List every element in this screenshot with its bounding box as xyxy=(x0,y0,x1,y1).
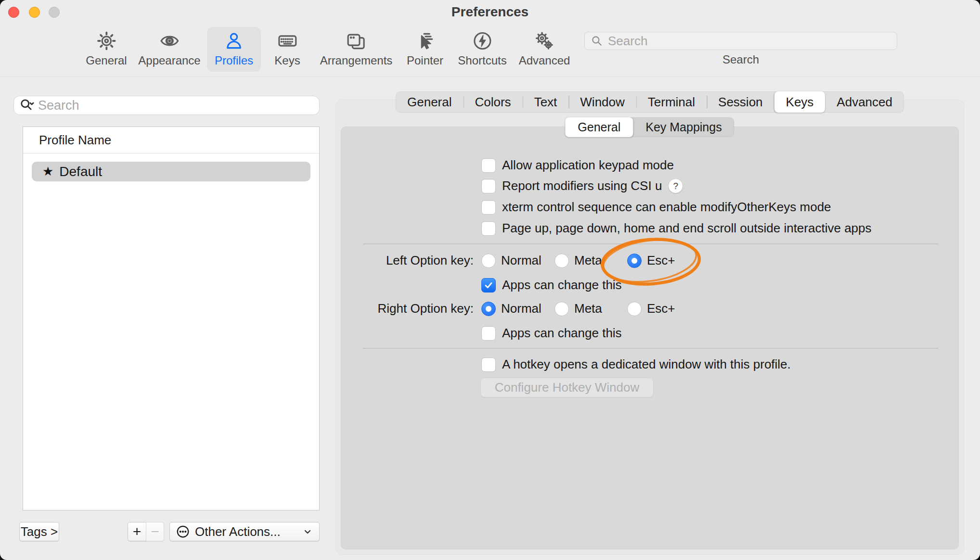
right-option-meta[interactable]: Meta xyxy=(554,301,602,316)
left-option-esc[interactable]: Esc+ xyxy=(627,253,675,268)
radio-esc-selected[interactable] xyxy=(627,254,642,268)
toolbar-item-keys[interactable]: Keys xyxy=(267,27,308,72)
radio-esc[interactable] xyxy=(627,302,642,316)
right-option-normal[interactable]: Normal xyxy=(481,301,542,316)
radio-label: Meta xyxy=(574,301,602,316)
star-icon: ★ xyxy=(42,164,53,179)
tab-general[interactable]: General xyxy=(396,91,464,113)
gears-icon xyxy=(534,30,555,51)
titlebar: Preferences xyxy=(0,0,980,23)
row-left-apps-can-change: Apps can change this xyxy=(481,278,622,293)
profile-name: Default xyxy=(59,164,102,179)
keyboard-icon xyxy=(277,30,298,51)
toolbar-item-profiles[interactable]: Profiles xyxy=(207,27,261,72)
toolbar-search-field[interactable] xyxy=(584,32,897,50)
divider xyxy=(363,243,938,244)
subtab-key-mappings[interactable]: Key Mappings xyxy=(633,117,734,137)
checkbox-left-apps-can-change[interactable] xyxy=(481,278,496,293)
toolbar-search-input[interactable] xyxy=(608,34,891,49)
profile-search-field[interactable] xyxy=(13,96,320,115)
profile-row-default[interactable]: ★ Default xyxy=(32,162,310,181)
toolbar-item-shortcuts[interactable]: Shortcuts xyxy=(450,27,514,72)
checkbox-hotkey-window[interactable] xyxy=(481,357,496,372)
toolbar-item-label: Advanced xyxy=(519,54,570,67)
eye-icon xyxy=(159,30,180,51)
toolbar-item-arrangements[interactable]: Arrangements xyxy=(312,27,400,72)
subtab-general[interactable]: General xyxy=(565,117,633,137)
left-option-normal[interactable]: Normal xyxy=(481,253,542,268)
person-icon xyxy=(223,30,245,51)
row-right-apps-can-change: Apps can change this xyxy=(481,326,622,341)
row-modify-other-keys: xterm control sequence can enable modify… xyxy=(481,200,831,215)
other-actions-label: Other Actions... xyxy=(195,524,281,539)
checkbox-label: Apps can change this xyxy=(502,278,622,293)
radio-normal-selected[interactable] xyxy=(481,302,496,316)
toolbar: General Appearance Profiles Keys Arrange… xyxy=(0,23,980,77)
bolt-icon xyxy=(472,30,493,51)
search-menu-icon xyxy=(20,98,34,113)
radio-meta[interactable] xyxy=(554,302,569,316)
tab-window[interactable]: Window xyxy=(568,91,636,113)
help-button[interactable]: ? xyxy=(668,178,683,193)
other-actions-dropdown[interactable]: Other Actions... xyxy=(169,522,320,541)
checkbox-right-apps-can-change[interactable] xyxy=(481,326,496,341)
toolbar-item-label: Arrangements xyxy=(320,54,393,67)
checkbox-csi-u[interactable] xyxy=(481,179,496,193)
checkbox-label: A hotkey opens a dedicated window with t… xyxy=(502,357,791,372)
right-option-esc[interactable]: Esc+ xyxy=(627,301,675,316)
profile-settings-panel: General Colors Text Window Terminal Sess… xyxy=(336,100,964,554)
remove-profile-button: − xyxy=(146,522,164,541)
ellipsis-circle-icon xyxy=(176,524,190,539)
chevron-down-icon xyxy=(302,526,313,537)
tab-text[interactable]: Text xyxy=(523,91,569,113)
windows-icon xyxy=(346,30,367,51)
keys-general-pane: General Key Mappings Allow application k… xyxy=(341,127,959,549)
toolbar-item-label: Appearance xyxy=(138,54,200,67)
checkbox-keypad-mode[interactable] xyxy=(481,158,496,173)
row-hotkey: A hotkey opens a dedicated window with t… xyxy=(481,357,791,372)
radio-label: Normal xyxy=(501,253,542,268)
window-title: Preferences xyxy=(0,4,980,20)
row-left-option-key: Left Option key: Normal Meta Esc+ xyxy=(341,253,959,268)
divider xyxy=(363,348,938,349)
row-right-option-key: Right Option key: Normal Meta Esc+ xyxy=(341,301,959,316)
checkbox-label: Allow application keypad mode xyxy=(502,158,674,173)
configure-hotkey-window-button: Configure Hotkey Window xyxy=(480,378,654,397)
tab-colors[interactable]: Colors xyxy=(463,91,522,113)
preferences-window: Preferences General Appearance Profiles xyxy=(0,0,980,560)
profile-search-input[interactable] xyxy=(38,98,313,113)
right-option-key-label: Right Option key: xyxy=(341,301,474,316)
toolbar-item-pointer[interactable]: Pointer xyxy=(399,27,451,72)
add-profile-button[interactable]: + xyxy=(128,522,146,541)
tags-button[interactable]: Tags > xyxy=(19,522,59,541)
toolbar-item-label: Profiles xyxy=(215,54,253,67)
tab-session[interactable]: Session xyxy=(707,91,774,113)
tab-advanced[interactable]: Advanced xyxy=(825,91,904,113)
radio-label: Meta xyxy=(574,253,602,268)
checkbox-label: xterm control sequence can enable modify… xyxy=(502,200,831,215)
radio-label: Normal xyxy=(501,301,542,316)
profile-tabs: General Colors Text Window Terminal Sess… xyxy=(396,91,904,113)
tab-keys[interactable]: Keys xyxy=(774,91,825,113)
toolbar-item-label: Pointer xyxy=(407,54,443,67)
row-page-scroll: Page up, page down, home and end scroll … xyxy=(481,221,872,236)
toolbar-item-appearance[interactable]: Appearance xyxy=(130,27,208,72)
toolbar-item-advanced[interactable]: Advanced xyxy=(511,27,578,72)
toolbar-search-caption: Search xyxy=(584,53,897,66)
radio-normal[interactable] xyxy=(481,254,496,268)
keys-subtabs: General Key Mappings xyxy=(565,117,734,137)
toolbar-item-general[interactable]: General xyxy=(78,27,134,72)
left-option-key-label: Left Option key: xyxy=(341,253,474,268)
checkbox-label: Report modifiers using CSI u xyxy=(502,178,662,193)
tab-terminal[interactable]: Terminal xyxy=(636,91,707,113)
checkbox-page-scroll[interactable] xyxy=(481,221,496,236)
radio-meta[interactable] xyxy=(554,254,569,268)
gear-icon xyxy=(96,30,117,51)
cursor-icon xyxy=(414,30,436,51)
toolbar-item-label: General xyxy=(86,54,127,67)
radio-label: Esc+ xyxy=(647,301,675,316)
row-csi-u: Report modifiers using CSI u ? xyxy=(481,178,683,193)
check-icon xyxy=(483,280,494,291)
checkbox-modify-other-keys[interactable] xyxy=(481,200,496,215)
left-option-meta[interactable]: Meta xyxy=(554,253,602,268)
